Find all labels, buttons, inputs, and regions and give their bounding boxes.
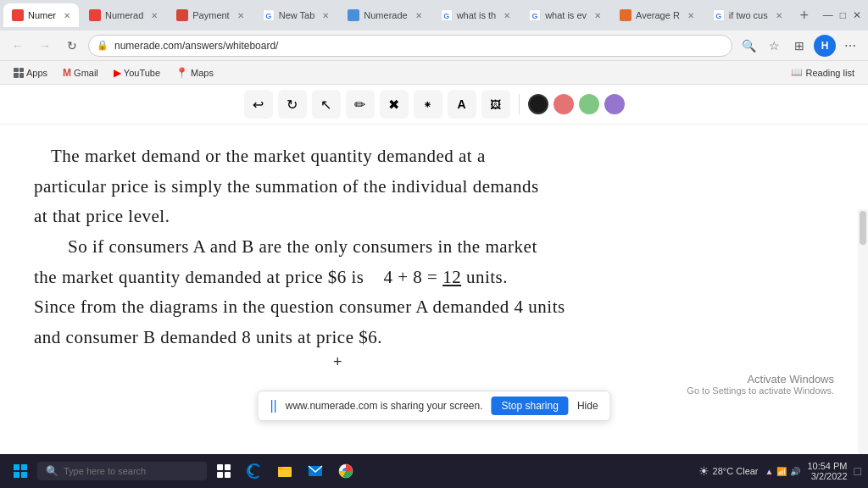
bookmark-youtube[interactable]: ▶ YouTube <box>107 65 167 80</box>
bookmark-gmail[interactable]: M Gmail <box>56 65 105 80</box>
tab-label-8: Average R <box>636 10 680 20</box>
tray-network-icon[interactable]: 📶 <box>776 467 787 476</box>
tab-close-6[interactable]: ✕ <box>504 11 510 20</box>
color-red-button[interactable] <box>554 94 574 114</box>
chrome-taskbar-icon[interactable] <box>332 458 359 485</box>
eraser-tool-button[interactable]: ✖ <box>380 90 409 119</box>
edge-icon <box>247 463 262 479</box>
tab-label-1: Numer <box>28 10 56 20</box>
notification-icon[interactable]: □ <box>854 464 861 478</box>
tab-close-5[interactable]: ✕ <box>415 11 422 20</box>
tab-average-r[interactable]: Average R ✕ <box>611 3 703 27</box>
chrome-icon <box>338 463 353 479</box>
tab-close-2[interactable]: ✕ <box>151 11 158 20</box>
line-2: particular price is simply the summation… <box>34 172 834 202</box>
address-bar-row: ← → ↻ 🔒 🔍 ☆ ⊞ H ⋯ <box>0 30 868 61</box>
new-tab-button[interactable]: + <box>793 3 816 27</box>
tab-close-7[interactable]: ✕ <box>594 11 601 20</box>
tab-close-8[interactable]: ✕ <box>687 11 694 20</box>
tab-favicon-4: G <box>263 9 275 21</box>
taskbar-search-icon: 🔍 <box>46 465 58 477</box>
text-tool-button[interactable]: A <box>448 90 476 119</box>
tab-if-two[interactable]: G if two cus ✕ <box>704 3 791 27</box>
tab-close-9[interactable]: ✕ <box>776 11 782 20</box>
menu-icon-btn[interactable]: ⋯ <box>839 35 861 57</box>
star-icon-btn[interactable]: ☆ <box>763 35 785 57</box>
tab-new-tab[interactable]: G New Tab ✕ <box>254 3 338 27</box>
color-green-button[interactable] <box>579 94 599 114</box>
taskbar-search-box[interactable]: 🔍 <box>37 462 207 480</box>
address-input[interactable] <box>88 35 732 57</box>
reading-list-button[interactable]: 📖 Reading list <box>784 65 861 80</box>
search-icon-btn[interactable]: 🔍 <box>737 35 760 57</box>
youtube-icon: ▶ <box>114 67 121 79</box>
maximize-button[interactable]: □ <box>840 9 846 21</box>
stop-sharing-button[interactable]: Stop sharing <box>492 396 569 415</box>
svg-rect-7 <box>225 472 231 478</box>
system-tray[interactable]: ▲ 📶 🔊 <box>765 467 801 476</box>
image-tool-button[interactable]: 🖼 <box>481 90 510 119</box>
whiteboard-content[interactable]: The market demand or the market quantity… <box>0 125 868 362</box>
tab-label-7: what is ev <box>545 10 587 20</box>
svg-rect-9 <box>278 467 283 469</box>
edge-taskbar-icon[interactable] <box>241 458 268 485</box>
tab-favicon-1 <box>12 9 24 21</box>
tab-favicon-9: G <box>713 9 725 21</box>
pencil-tool-button[interactable]: ✏ <box>346 90 375 119</box>
select-tool-button[interactable]: ↖ <box>312 90 341 119</box>
hide-button[interactable]: Hide <box>577 400 598 412</box>
tray-sound-icon[interactable]: 🔊 <box>790 467 800 476</box>
bookmark-apps[interactable]: Apps <box>7 66 54 80</box>
file-explorer-icon <box>277 463 292 479</box>
tab-close-1[interactable]: ✕ <box>64 11 70 20</box>
taskbar: 🔍 <box>0 454 868 488</box>
clock[interactable]: 10:54 PM 3/2/2022 <box>807 461 847 481</box>
forward-button[interactable]: → <box>34 35 56 57</box>
tab-what-is-ev[interactable]: G what is ev ✕ <box>520 3 609 27</box>
mail-taskbar-icon[interactable] <box>302 458 329 485</box>
tab-what-is-th[interactable]: G what is th ✕ <box>432 3 519 27</box>
time-display: 10:54 PM <box>807 461 847 471</box>
color-black-button[interactable] <box>528 94 548 114</box>
task-view-button[interactable] <box>210 458 237 485</box>
redo-button[interactable]: ↻ <box>278 90 307 119</box>
back-button[interactable]: ← <box>7 35 29 57</box>
tab-favicon-5 <box>348 9 359 21</box>
tab-close-4[interactable]: ✕ <box>322 11 329 20</box>
bookmark-apps-label: Apps <box>26 68 47 78</box>
refresh-button[interactable]: ↻ <box>61 35 83 57</box>
tab-payment[interactable]: Payment ✕ <box>168 3 252 27</box>
line-6: Since from the diagrams in the question … <box>34 292 834 323</box>
bookmark-maps-label: Maps <box>191 68 214 78</box>
tray-icon-1[interactable]: ▲ <box>765 467 774 476</box>
collections-icon-btn[interactable]: ⊞ <box>788 35 810 57</box>
close-button[interactable]: ✕ <box>853 9 861 21</box>
undo-button[interactable]: ↩ <box>244 90 273 119</box>
tab-close-3[interactable]: ✕ <box>237 11 244 20</box>
weather-icon: ☀ <box>698 464 709 478</box>
task-view-icon <box>217 464 231 478</box>
scrollbar-thumb[interactable] <box>860 211 866 245</box>
sharing-message: www.numerade.com is sharing your screen. <box>286 400 483 412</box>
window-controls: — □ ✕ <box>823 9 865 21</box>
color-purple-button[interactable] <box>604 94 625 114</box>
minimize-button[interactable]: — <box>823 9 833 21</box>
bookmark-gmail-label: Gmail <box>74 68 98 78</box>
tab-numerade-active[interactable]: Numer ✕ <box>3 3 79 27</box>
tab-favicon-2 <box>89 9 101 21</box>
tab-numerade-2[interactable]: Numerade ✕ <box>339 3 430 27</box>
svg-rect-3 <box>21 472 27 478</box>
tab-label-5: Numerade <box>364 10 407 20</box>
gmail-icon: M <box>63 67 71 79</box>
highlighter-tool-button[interactable]: ⁕ <box>414 90 442 119</box>
line-7: and consumer B demanded 8 units at price… <box>34 323 834 353</box>
scrollbar[interactable] <box>858 209 868 454</box>
sharing-pipe-icon: || <box>270 398 276 413</box>
taskbar-start-button[interactable] <box>7 458 34 485</box>
file-explorer-taskbar-icon[interactable] <box>271 458 298 485</box>
tab-label-9: if two cus <box>729 10 768 20</box>
taskbar-search-input[interactable] <box>64 466 182 476</box>
profile-button[interactable]: H <box>814 35 836 57</box>
tab-numerad[interactable]: Numerad ✕ <box>81 3 166 27</box>
bookmark-maps[interactable]: 📍 Maps <box>169 65 220 80</box>
